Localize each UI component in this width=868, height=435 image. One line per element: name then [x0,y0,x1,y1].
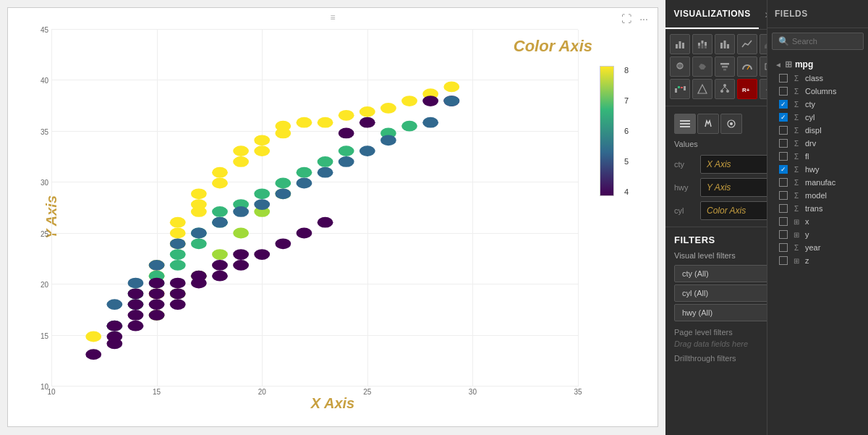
y-tick-45: 45 [41,26,51,34]
svg-point-20 [339,110,354,121]
field-item-cty[interactable]: ✓ Σ cty [772,98,864,111]
viz-line-icon[interactable] [737,34,757,54]
chart-area: ≡ ⛶ ··· Color Axis Y Axis X Axis 8 7 6 5… [0,0,665,435]
field-checkbox-z[interactable] [779,256,788,265]
field-checkbox-columns[interactable] [779,87,788,96]
svg-point-70 [212,260,228,271]
viz-column-icon[interactable] [715,34,735,54]
field-item-hwy[interactable]: ✓ Σ hwy [772,163,864,176]
viz-gauge-icon[interactable] [737,56,757,77]
field-icon-model: Σ [791,192,802,200]
axis-tab-analytics[interactable] [720,114,742,134]
svg-marker-139 [698,85,707,93]
field-item-x[interactable]: ⊞ x [772,215,864,228]
viz-stacked-bar-icon[interactable] [692,34,712,54]
y-tick-15: 15 [41,331,51,339]
field-item-drv[interactable]: Σ drv [772,137,864,150]
axis-color-value: Color Axis [707,206,746,216]
group-name: mpg [795,59,813,69]
axis-field-cty: cty [674,160,696,169]
field-checkbox-trans[interactable] [779,204,788,213]
field-item-columns[interactable]: Σ Columns [772,85,864,98]
svg-point-45 [254,188,270,199]
expand-arrow: ◄ [775,61,782,69]
field-item-fl[interactable]: Σ fl [772,150,864,163]
x-tick-25: 25 [363,387,371,396]
viz-ai-icon[interactable]: R+ [737,79,757,99]
search-box[interactable]: 🔍 [772,33,864,50]
fields-list: ◄ ⊞ mpg Σ class Σ Columns ✓ Σ cty ✓ Σ [767,54,868,435]
field-item-manufac[interactable]: Σ manufac [772,176,864,189]
svg-point-73 [254,249,270,260]
viz-custom-icon[interactable] [692,79,712,99]
viz-map-icon[interactable] [670,56,690,77]
search-input[interactable] [792,37,857,46]
svg-point-23 [401,96,417,106]
field-checkbox-hwy[interactable]: ✓ [779,165,788,174]
svg-rect-104 [705,42,707,46]
field-checkbox-cty[interactable]: ✓ [779,100,788,109]
field-icon-hwy: Σ [791,166,802,174]
y-tick-40: 40 [41,77,51,85]
svg-point-141 [720,90,723,93]
color-max-label: 8 [624,66,629,75]
viz-waterfall-icon[interactable] [670,79,690,99]
field-item-year[interactable]: Σ year [772,241,864,254]
field-item-trans[interactable]: Σ trans [772,202,864,215]
chart-container: ≡ ⛶ ··· Color Axis Y Axis X Axis 8 7 6 5… [7,7,658,427]
svg-rect-99 [682,43,684,48]
field-group-header[interactable]: ◄ ⊞ mpg [772,57,864,72]
field-checkbox-drv[interactable] [779,139,788,148]
field-checkbox-model[interactable] [779,191,788,200]
svg-point-77 [339,128,354,139]
field-icon-class: Σ [791,75,802,83]
axis-tab-format[interactable] [697,114,719,134]
svg-point-46 [275,178,291,189]
color-5-label: 5 [624,157,629,166]
svg-rect-147 [680,123,690,124]
field-checkbox-y[interactable] [779,230,788,239]
field-checkbox-manufac[interactable] [779,178,788,187]
svg-point-54 [106,331,122,342]
svg-point-49 [339,145,354,156]
field-checkbox-class[interactable] [779,74,788,83]
field-item-class[interactable]: Σ class [772,72,864,85]
field-checkbox-x[interactable] [779,217,788,226]
field-item-z[interactable]: ⊞ z [772,254,864,267]
field-name-fl: fl [805,152,809,161]
expand-icon[interactable]: ⛶ [620,12,633,25]
field-name-drv: drv [805,139,816,148]
viz-funnel-icon[interactable] [715,56,735,77]
drag-handle[interactable]: ≡ [330,12,335,22]
field-item-model[interactable]: Σ model [772,189,864,202]
viz-filled-map-icon[interactable] [692,56,712,77]
svg-line-123 [747,66,749,69]
viz-decomp-icon[interactable] [715,79,735,99]
field-checkbox-displ[interactable] [779,126,788,135]
viz-bar-icon[interactable] [670,34,690,54]
table-icon: ⊞ [785,59,792,69]
svg-point-83 [149,260,165,271]
field-item-cyl[interactable]: ✓ Σ cyl [772,111,864,124]
color-legend-labels: 8 7 6 5 4 [624,66,629,196]
field-checkbox-fl[interactable] [779,152,788,161]
svg-point-0 [85,331,101,342]
field-checkbox-cyl[interactable]: ✓ [779,113,788,122]
field-icon-year: Σ [791,244,802,252]
search-icon: 🔍 [778,36,789,46]
tab-visualizations[interactable]: VISUALIZATIONS [665,0,759,29]
svg-point-75 [297,228,312,239]
field-icon-drv: Σ [791,140,802,148]
svg-point-86 [212,217,228,228]
svg-point-48 [318,156,333,167]
chart-toolbar: ⛶ ··· [620,12,650,25]
svg-point-72 [233,249,249,260]
field-item-y[interactable]: ⊞ y [772,228,864,241]
field-checkbox-year[interactable] [779,243,788,252]
svg-point-142 [726,90,729,93]
svg-point-18 [297,117,312,128]
fields-column: FIELDS 🔍 ◄ ⊞ mpg Σ class Σ Columns ✓ [767,0,868,435]
axis-tab-fields[interactable] [674,114,696,134]
more-icon[interactable]: ··· [637,12,650,25]
field-item-displ[interactable]: Σ displ [772,124,864,137]
